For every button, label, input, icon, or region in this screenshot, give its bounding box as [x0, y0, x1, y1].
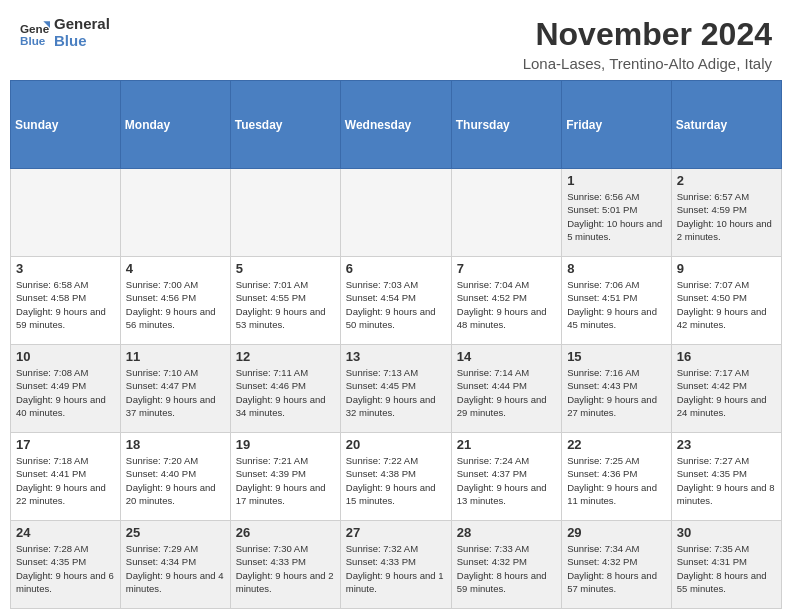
- day-number: 28: [457, 525, 556, 540]
- table-row: 20Sunrise: 7:22 AMSunset: 4:38 PMDayligh…: [340, 433, 451, 521]
- day-info: Sunrise: 7:21 AMSunset: 4:39 PMDaylight:…: [236, 454, 335, 507]
- day-info: Sunrise: 7:16 AMSunset: 4:43 PMDaylight:…: [567, 366, 666, 419]
- table-row: 15Sunrise: 7:16 AMSunset: 4:43 PMDayligh…: [562, 345, 672, 433]
- day-info: Sunrise: 7:27 AMSunset: 4:35 PMDaylight:…: [677, 454, 776, 507]
- location-subtitle: Lona-Lases, Trentino-Alto Adige, Italy: [523, 55, 772, 72]
- logo: General Blue General Blue: [20, 16, 110, 49]
- day-number: 24: [16, 525, 115, 540]
- day-info: Sunrise: 7:28 AMSunset: 4:35 PMDaylight:…: [16, 542, 115, 595]
- table-row: 11Sunrise: 7:10 AMSunset: 4:47 PMDayligh…: [120, 345, 230, 433]
- table-row: 9Sunrise: 7:07 AMSunset: 4:50 PMDaylight…: [671, 257, 781, 345]
- svg-text:Blue: Blue: [20, 33, 46, 46]
- day-number: 26: [236, 525, 335, 540]
- day-number: 17: [16, 437, 115, 452]
- day-number: 8: [567, 261, 666, 276]
- day-number: 25: [126, 525, 225, 540]
- day-number: 29: [567, 525, 666, 540]
- day-info: Sunrise: 7:14 AMSunset: 4:44 PMDaylight:…: [457, 366, 556, 419]
- day-info: Sunrise: 7:25 AMSunset: 4:36 PMDaylight:…: [567, 454, 666, 507]
- table-row: 13Sunrise: 7:13 AMSunset: 4:45 PMDayligh…: [340, 345, 451, 433]
- col-friday: Friday: [562, 81, 672, 169]
- day-info: Sunrise: 6:58 AMSunset: 4:58 PMDaylight:…: [16, 278, 115, 331]
- day-info: Sunrise: 7:06 AMSunset: 4:51 PMDaylight:…: [567, 278, 666, 331]
- table-row: 5Sunrise: 7:01 AMSunset: 4:55 PMDaylight…: [230, 257, 340, 345]
- calendar-header-row: Sunday Monday Tuesday Wednesday Thursday…: [11, 81, 782, 169]
- calendar-week-row: 17Sunrise: 7:18 AMSunset: 4:41 PMDayligh…: [11, 433, 782, 521]
- month-title: November 2024: [523, 16, 772, 53]
- table-row: [230, 169, 340, 257]
- table-row: [340, 169, 451, 257]
- day-number: 23: [677, 437, 776, 452]
- day-number: 5: [236, 261, 335, 276]
- col-saturday: Saturday: [671, 81, 781, 169]
- table-row: 7Sunrise: 7:04 AMSunset: 4:52 PMDaylight…: [451, 257, 561, 345]
- day-number: 15: [567, 349, 666, 364]
- calendar-week-row: 3Sunrise: 6:58 AMSunset: 4:58 PMDaylight…: [11, 257, 782, 345]
- day-number: 21: [457, 437, 556, 452]
- day-number: 27: [346, 525, 446, 540]
- table-row: 23Sunrise: 7:27 AMSunset: 4:35 PMDayligh…: [671, 433, 781, 521]
- day-number: 18: [126, 437, 225, 452]
- day-info: Sunrise: 7:29 AMSunset: 4:34 PMDaylight:…: [126, 542, 225, 595]
- table-row: 2Sunrise: 6:57 AMSunset: 4:59 PMDaylight…: [671, 169, 781, 257]
- day-number: 2: [677, 173, 776, 188]
- day-info: Sunrise: 7:08 AMSunset: 4:49 PMDaylight:…: [16, 366, 115, 419]
- table-row: 21Sunrise: 7:24 AMSunset: 4:37 PMDayligh…: [451, 433, 561, 521]
- day-info: Sunrise: 7:33 AMSunset: 4:32 PMDaylight:…: [457, 542, 556, 595]
- day-info: Sunrise: 7:04 AMSunset: 4:52 PMDaylight:…: [457, 278, 556, 331]
- day-info: Sunrise: 7:00 AMSunset: 4:56 PMDaylight:…: [126, 278, 225, 331]
- table-row: 22Sunrise: 7:25 AMSunset: 4:36 PMDayligh…: [562, 433, 672, 521]
- table-row: 10Sunrise: 7:08 AMSunset: 4:49 PMDayligh…: [11, 345, 121, 433]
- logo-text-general: General: [54, 16, 110, 33]
- day-number: 16: [677, 349, 776, 364]
- day-info: Sunrise: 7:10 AMSunset: 4:47 PMDaylight:…: [126, 366, 225, 419]
- col-monday: Monday: [120, 81, 230, 169]
- day-number: 4: [126, 261, 225, 276]
- table-row: 17Sunrise: 7:18 AMSunset: 4:41 PMDayligh…: [11, 433, 121, 521]
- day-number: 9: [677, 261, 776, 276]
- table-row: 29Sunrise: 7:34 AMSunset: 4:32 PMDayligh…: [562, 521, 672, 609]
- calendar-week-row: 24Sunrise: 7:28 AMSunset: 4:35 PMDayligh…: [11, 521, 782, 609]
- day-info: Sunrise: 7:07 AMSunset: 4:50 PMDaylight:…: [677, 278, 776, 331]
- day-number: 30: [677, 525, 776, 540]
- day-info: Sunrise: 7:32 AMSunset: 4:33 PMDaylight:…: [346, 542, 446, 595]
- day-info: Sunrise: 7:01 AMSunset: 4:55 PMDaylight:…: [236, 278, 335, 331]
- col-sunday: Sunday: [11, 81, 121, 169]
- day-info: Sunrise: 7:11 AMSunset: 4:46 PMDaylight:…: [236, 366, 335, 419]
- day-info: Sunrise: 7:17 AMSunset: 4:42 PMDaylight:…: [677, 366, 776, 419]
- calendar-week-row: 10Sunrise: 7:08 AMSunset: 4:49 PMDayligh…: [11, 345, 782, 433]
- day-info: Sunrise: 6:56 AMSunset: 5:01 PMDaylight:…: [567, 190, 666, 243]
- table-row: 25Sunrise: 7:29 AMSunset: 4:34 PMDayligh…: [120, 521, 230, 609]
- col-wednesday: Wednesday: [340, 81, 451, 169]
- table-row: 24Sunrise: 7:28 AMSunset: 4:35 PMDayligh…: [11, 521, 121, 609]
- table-row: 4Sunrise: 7:00 AMSunset: 4:56 PMDaylight…: [120, 257, 230, 345]
- col-thursday: Thursday: [451, 81, 561, 169]
- day-number: 20: [346, 437, 446, 452]
- day-number: 10: [16, 349, 115, 364]
- table-row: [120, 169, 230, 257]
- table-row: 1Sunrise: 6:56 AMSunset: 5:01 PMDaylight…: [562, 169, 672, 257]
- calendar-week-row: 1Sunrise: 6:56 AMSunset: 5:01 PMDaylight…: [11, 169, 782, 257]
- table-row: [451, 169, 561, 257]
- day-info: Sunrise: 7:35 AMSunset: 4:31 PMDaylight:…: [677, 542, 776, 595]
- table-row: 27Sunrise: 7:32 AMSunset: 4:33 PMDayligh…: [340, 521, 451, 609]
- day-info: Sunrise: 7:03 AMSunset: 4:54 PMDaylight:…: [346, 278, 446, 331]
- day-info: Sunrise: 7:24 AMSunset: 4:37 PMDaylight:…: [457, 454, 556, 507]
- day-info: Sunrise: 7:34 AMSunset: 4:32 PMDaylight:…: [567, 542, 666, 595]
- day-number: 12: [236, 349, 335, 364]
- day-number: 11: [126, 349, 225, 364]
- table-row: 26Sunrise: 7:30 AMSunset: 4:33 PMDayligh…: [230, 521, 340, 609]
- day-number: 19: [236, 437, 335, 452]
- table-row: 12Sunrise: 7:11 AMSunset: 4:46 PMDayligh…: [230, 345, 340, 433]
- table-row: 18Sunrise: 7:20 AMSunset: 4:40 PMDayligh…: [120, 433, 230, 521]
- day-number: 3: [16, 261, 115, 276]
- table-row: 28Sunrise: 7:33 AMSunset: 4:32 PMDayligh…: [451, 521, 561, 609]
- day-number: 22: [567, 437, 666, 452]
- day-number: 14: [457, 349, 556, 364]
- day-info: Sunrise: 7:13 AMSunset: 4:45 PMDaylight:…: [346, 366, 446, 419]
- calendar-table: Sunday Monday Tuesday Wednesday Thursday…: [10, 80, 782, 609]
- logo-text-blue: Blue: [54, 33, 110, 50]
- day-info: Sunrise: 7:18 AMSunset: 4:41 PMDaylight:…: [16, 454, 115, 507]
- table-row: 30Sunrise: 7:35 AMSunset: 4:31 PMDayligh…: [671, 521, 781, 609]
- day-number: 6: [346, 261, 446, 276]
